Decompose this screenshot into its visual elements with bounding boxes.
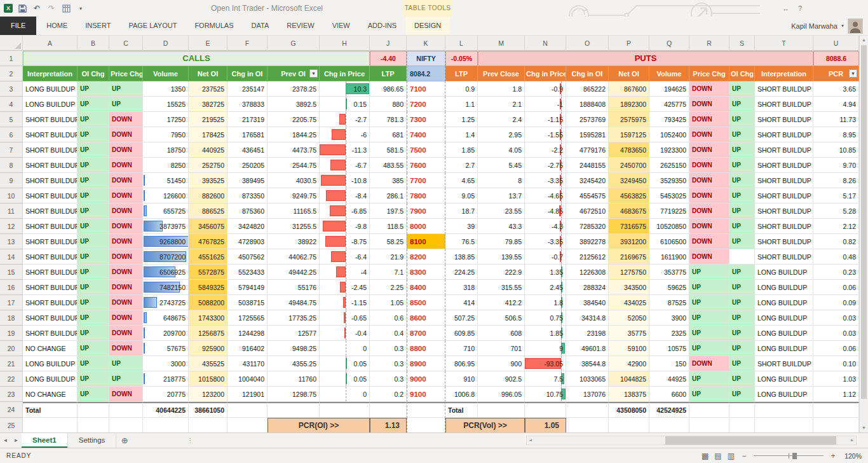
cell[interactable]: 150 [649, 356, 689, 371]
cell[interactable]: 506.5 [478, 310, 525, 326]
net-oi-cell[interactable]: 886525 [189, 204, 227, 219]
signal-cell[interactable] [729, 249, 755, 265]
row-header[interactable]: 12 [0, 219, 23, 234]
horizontal-scrollbar-thumb[interactable] [665, 436, 836, 445]
volume-cell[interactable]: 9268800 [143, 234, 189, 249]
cell[interactable]: 4728903 [227, 234, 268, 249]
net-oi-cell[interactable]: 3456075 [189, 219, 227, 234]
cell[interactable]: 7.1 [370, 265, 407, 280]
net-oi-cell[interactable]: 435525 [189, 356, 227, 371]
signal-cell[interactable]: DOWN [689, 158, 729, 173]
cell[interactable]: 1298.75 [268, 387, 320, 402]
signal-cell[interactable]: UP [689, 280, 729, 295]
row-header[interactable]: 23 [0, 387, 23, 402]
signal-cell[interactable]: UP [78, 280, 109, 295]
cell[interactable]: 176581 [227, 127, 268, 142]
chg-in-price-cell[interactable]: -2.45 [320, 280, 370, 295]
filter-dropdown-icon[interactable]: ▼ [849, 69, 857, 78]
signal-cell[interactable]: UP [729, 81, 755, 97]
field-header[interactable]: OI Chg [729, 66, 755, 81]
ribbon-display-options-icon[interactable]: ↔ [782, 4, 789, 12]
net-oi-cell[interactable]: 52050 [609, 310, 649, 326]
field-header[interactable]: Chg in Price [525, 66, 566, 81]
cell[interactable]: 197.5 [370, 204, 407, 219]
interpretation-cell[interactable]: SHORT BUILDUP [23, 173, 78, 188]
signal-cell[interactable]: DOWN [109, 142, 143, 158]
tab-file[interactable]: FILE [0, 17, 36, 35]
cell[interactable]: 194625 [649, 81, 689, 97]
interpretation-cell[interactable]: LONG BUILDUP [755, 387, 813, 402]
signal-cell[interactable]: UP [729, 204, 755, 219]
signal-cell[interactable]: DOWN [109, 112, 143, 127]
cell[interactable]: 9249.75 [268, 188, 320, 204]
cell[interactable]: 902.5 [478, 371, 525, 387]
cell[interactable]: 781.3 [370, 112, 407, 127]
pcr-oi-value[interactable]: 1.13 [370, 418, 407, 432]
cell[interactable]: 2448155 [566, 158, 609, 173]
chg-in-price-cell[interactable]: -8.75 [320, 234, 370, 249]
cell[interactable]: 4672510 [566, 204, 609, 219]
row-header[interactable]: 21 [0, 356, 23, 371]
cell[interactable]: 1725565 [227, 310, 268, 326]
cell[interactable]: 4.94 [813, 97, 859, 112]
cell[interactable]: 38544.8 [566, 356, 609, 371]
chg-in-price-cell[interactable]: 0 [320, 341, 370, 356]
calls-banner-cell[interactable]: CALLS [23, 51, 370, 66]
cell[interactable]: 79.85 [478, 234, 525, 249]
signal-cell[interactable]: UP [78, 127, 109, 142]
zoom-slider-thumb[interactable] [792, 453, 797, 459]
field-header[interactable]: Chg in OI [227, 66, 268, 81]
cell[interactable]: 235147 [227, 81, 268, 97]
volume-cell[interactable]: 8707200 [143, 249, 189, 265]
filter-dropdown-icon[interactable]: ▼ [309, 69, 318, 78]
net-oi-cell[interactable]: 5088200 [189, 295, 227, 310]
interpretation-cell[interactable]: SHORT BUILDUP [755, 173, 813, 188]
signal-cell[interactable]: DOWN [109, 158, 143, 173]
chg-in-price-cell[interactable]: 7.5 [525, 371, 566, 387]
cell[interactable]: 3424820 [227, 219, 268, 234]
cell[interactable]: 412.2 [478, 295, 525, 310]
cell[interactable]: 139.55 [478, 249, 525, 265]
row-header[interactable]: 17 [0, 295, 23, 310]
net-oi-cell[interactable]: 138375 [609, 387, 649, 402]
cell[interactable]: 0.3 [370, 356, 407, 371]
cell[interactable]: 318 [445, 280, 478, 295]
cell[interactable]: 0.09 [813, 295, 859, 310]
column-header[interactable]: D [143, 36, 189, 51]
tab-add-ins[interactable]: ADD-INS [359, 17, 405, 35]
cell[interactable]: 4554575 [566, 188, 609, 204]
volume-cell[interactable]: 209700 [143, 326, 189, 341]
net-oi-cell[interactable]: 35775 [609, 326, 649, 341]
cell[interactable]: 3892278 [566, 234, 609, 249]
chg-in-price-cell[interactable]: -10.8 [320, 173, 370, 188]
column-header[interactable]: R [689, 36, 729, 51]
chg-in-price-cell[interactable]: -2.2 [525, 142, 566, 158]
chg-in-price-cell[interactable]: -6.4 [320, 249, 370, 265]
interpretation-cell[interactable]: SHORT BUILDUP [755, 204, 813, 219]
column-header[interactable]: O [566, 36, 609, 51]
quick-table-icon[interactable] [61, 3, 71, 13]
cell[interactable]: 10575 [649, 341, 689, 356]
chg-in-price-cell[interactable]: -4 [320, 265, 370, 280]
interpretation-cell[interactable]: LONG BUILDUP [23, 97, 78, 112]
field-header[interactable]: Chg in OI [566, 66, 609, 81]
row-header[interactable]: 24 [0, 402, 23, 418]
strike-cell[interactable]: 8500 [407, 295, 445, 310]
signal-cell[interactable]: UP [689, 341, 729, 356]
chg-in-price-cell[interactable]: -6 [320, 127, 370, 142]
zoom-slider[interactable] [754, 452, 824, 460]
chg-in-price-cell[interactable]: 0.05 [320, 371, 370, 387]
cell[interactable]: 1595281 [566, 127, 609, 142]
interpretation-cell[interactable]: NO CHANGE [23, 387, 78, 402]
net-oi-cell[interactable]: 178425 [189, 127, 227, 142]
field-header[interactable]: Prev OI▼ [268, 66, 320, 81]
volume-cell[interactable]: 655725 [143, 204, 189, 219]
cell[interactable]: 431170 [227, 356, 268, 371]
total-cell[interactable] [729, 402, 755, 418]
cell[interactable]: 49484.75 [268, 295, 320, 310]
cell[interactable]: 5.17 [813, 188, 859, 204]
field-header[interactable]: PCR▼ [813, 66, 859, 81]
interpretation-cell[interactable]: SHORT BUILDUP [23, 295, 78, 310]
signal-cell[interactable]: UP [729, 188, 755, 204]
net-oi-cell[interactable]: 1044825 [609, 371, 649, 387]
